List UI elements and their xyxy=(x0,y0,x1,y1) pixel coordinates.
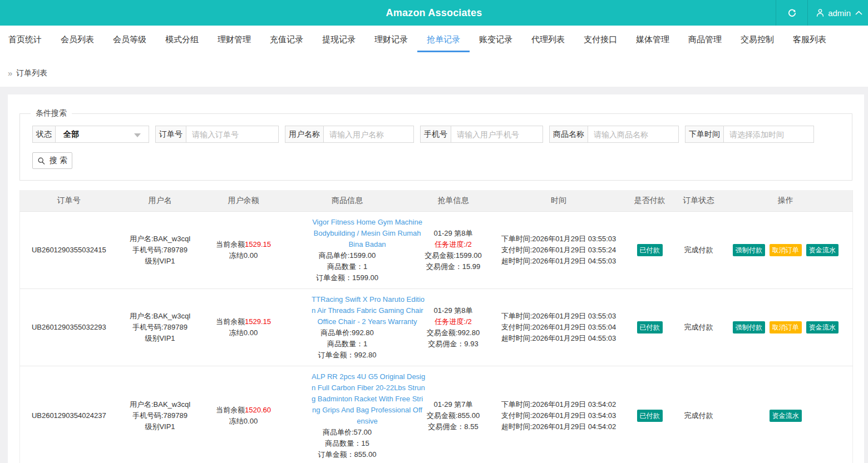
action-button-资金流水[interactable]: 资金流水 xyxy=(806,244,839,256)
time-line: 超时时间:2026年01月29日 04:55:03 xyxy=(498,256,620,267)
table-row: UB2601290355032415用户名:BAK_w3cql手机号码:7897… xyxy=(20,211,853,288)
cell-balance: 当前余额1529.15冻结0.00 xyxy=(203,211,285,288)
nav-item-代理列表[interactable]: 代理列表 xyxy=(522,26,574,52)
paid-badge: 已付款 xyxy=(637,410,663,422)
nav-item-支付接口[interactable]: 支付接口 xyxy=(574,26,627,52)
nav-item-账变记录[interactable]: 账变记录 xyxy=(470,26,522,52)
product-title-line: ensive xyxy=(312,416,423,427)
user-icon xyxy=(816,8,825,17)
filter-订单号: 订单号 xyxy=(155,126,279,143)
cell-actions: 强制付款取消订单资金流水 xyxy=(719,288,853,366)
product-title-link[interactable]: Vigor Fitness Home Gym MachineBodybuildi… xyxy=(312,217,423,250)
product-title-line: n Full Carbon Fiber 20-22Lbs Strun xyxy=(312,382,423,394)
user-line: 级别VIP1 xyxy=(119,421,201,432)
product-title-line: Office Chair - 2 Years Warranty xyxy=(312,316,423,327)
action-button-强制付款[interactable]: 强制付款 xyxy=(733,321,765,333)
filter-input-下单时间[interactable] xyxy=(724,126,813,142)
refresh-button[interactable] xyxy=(776,0,807,26)
nav-item-交易控制[interactable]: 交易控制 xyxy=(731,26,783,52)
filter-下单时间: 下单时间 xyxy=(685,126,814,143)
cell-paid: 已付款 xyxy=(621,288,679,366)
column-header: 操作 xyxy=(719,190,853,211)
column-header: 是否付款 xyxy=(621,190,679,211)
filter-input-用户名称[interactable] xyxy=(324,126,413,142)
user-menu[interactable]: admin xyxy=(808,0,868,26)
action-button-取消订单[interactable]: 取消订单 xyxy=(770,244,802,256)
filter-label: 手机号 xyxy=(421,126,451,142)
nav-item-理财记录[interactable]: 理财记录 xyxy=(365,26,417,52)
nav-item-客服列表[interactable]: 客服列表 xyxy=(783,26,836,52)
time-line: 支付时间:2026年01月29日 03:55:04 xyxy=(498,322,620,333)
grab-line: 01-29 第8单 xyxy=(411,228,496,239)
product-line: 订单金额：1599.00 xyxy=(286,272,409,283)
column-header: 订单状态 xyxy=(679,190,719,211)
grab-line: 交易金额:1599.00 xyxy=(411,250,496,261)
nav-item-模式分组[interactable]: 模式分组 xyxy=(156,26,208,52)
filter-input-订单号[interactable] xyxy=(186,126,278,142)
product-title-link[interactable]: ALP RR 2pcs 4U G5 Original Design Full C… xyxy=(312,371,423,427)
grab-line: 交易佣金：15.99 xyxy=(411,261,496,272)
paid-badge: 已付款 xyxy=(637,244,663,256)
action-button-资金流水[interactable]: 资金流水 xyxy=(770,410,802,422)
nav-item-理财管理[interactable]: 理财管理 xyxy=(208,26,260,52)
action-button-资金流水[interactable]: 资金流水 xyxy=(806,321,839,333)
filter-input-手机号[interactable] xyxy=(451,126,542,142)
filter-label: 商品名称 xyxy=(550,126,588,142)
search-button[interactable]: 搜 索 xyxy=(32,152,72,169)
product-line: 订单金额：855.00 xyxy=(286,449,409,460)
search-panel-legend: 条件搜索 xyxy=(31,108,72,118)
filter-用户名称: 用户名称 xyxy=(285,126,414,143)
column-header: 时间 xyxy=(497,190,621,211)
cell-product: ALP RR 2pcs 4U G5 Original Design Full C… xyxy=(285,366,410,463)
filter-input-商品名称[interactable] xyxy=(588,126,678,142)
status-label: 状态 xyxy=(33,126,56,142)
balance-label: 当前余额 xyxy=(216,317,245,326)
filter-手机号: 手机号 xyxy=(420,126,543,143)
paid-badge: 已付款 xyxy=(637,321,663,333)
frozen-line: 冻结0.00 xyxy=(204,250,284,261)
product-line: 商品单价:1599.00 xyxy=(286,250,409,261)
balance-value: 1529.15 xyxy=(245,317,271,326)
status-select[interactable]: 全部 xyxy=(56,126,149,142)
nav-item-充值记录[interactable]: 充值记录 xyxy=(260,26,313,52)
topbar: Amazon Associates admin xyxy=(0,0,868,26)
product-title-line: n Air Threads Fabric Gaming Chair xyxy=(312,305,423,316)
nav-item-会员列表[interactable]: 会员列表 xyxy=(51,26,103,52)
grab-line: 交易佣金：8.55 xyxy=(411,421,496,432)
action-button-强制付款[interactable]: 强制付款 xyxy=(733,244,765,256)
time-line: 支付时间:2026年01月29日 03:55:24 xyxy=(498,245,620,256)
product-title-line: g Badminton Racket With Free Stri xyxy=(312,394,423,405)
nav-item-提现记录[interactable]: 提现记录 xyxy=(313,26,365,52)
app-title: Amazon Associates xyxy=(0,0,868,26)
time-line: 超时时间:2026年01月29日 04:54:02 xyxy=(498,421,620,432)
product-title-link[interactable]: TTRacing Swift X Pro Naruto Edition Air … xyxy=(312,294,423,327)
grab-task-line: 任务进度:/2 xyxy=(411,316,496,327)
cell-time: 下单时间:2026年01月29日 03:54:02支付时间:2026年01月29… xyxy=(497,366,621,463)
nav-item-会员等级[interactable]: 会员等级 xyxy=(103,26,156,52)
time-line: 下单时间:2026年01月29日 03:55:03 xyxy=(498,233,620,245)
cell-order-status: 完成付款 xyxy=(679,366,719,463)
nav-item-媒体管理[interactable]: 媒体管理 xyxy=(627,26,679,52)
balance-value: 1520.60 xyxy=(245,406,271,414)
cell-paid: 已付款 xyxy=(621,211,679,288)
nav-item-商品管理[interactable]: 商品管理 xyxy=(679,26,731,52)
status-filter: 状态 全部 xyxy=(32,126,149,143)
filter-label: 用户名称 xyxy=(285,126,324,142)
table-row: UB2601290355032293用户名:BAK_w3cql手机号码:7897… xyxy=(20,288,853,366)
breadcrumb-label: 订单列表 xyxy=(16,68,47,78)
nav-item-首页统计[interactable]: 首页统计 xyxy=(0,26,51,52)
filter-label: 订单号 xyxy=(156,126,186,142)
main-nav: 首页统计会员列表会员等级模式分组理财管理充值记录提现记录理财记录抢单记录账变记录… xyxy=(0,26,868,52)
username: admin xyxy=(828,8,851,18)
status-value: 全部 xyxy=(63,130,79,140)
refresh-icon xyxy=(788,9,796,17)
nav-item-抢单记录[interactable]: 抢单记录 xyxy=(417,26,470,52)
product-line: 商品数量：1 xyxy=(286,261,409,272)
product-title-line: Bodybuilding / Mesin Gim Rumah xyxy=(312,228,423,239)
balance-line: 当前余额1529.15 xyxy=(204,239,284,250)
cell-user: 用户名:BAK_w3cql手机号码:789789级别VIP1 xyxy=(118,288,203,366)
action-button-取消订单[interactable]: 取消订单 xyxy=(770,321,802,333)
cell-time: 下单时间:2026年01月29日 03:55:03支付时间:2026年01月29… xyxy=(497,288,621,366)
user-line: 用户名:BAK_w3cql xyxy=(119,399,201,410)
cell-actions: 资金流水 xyxy=(719,366,853,463)
